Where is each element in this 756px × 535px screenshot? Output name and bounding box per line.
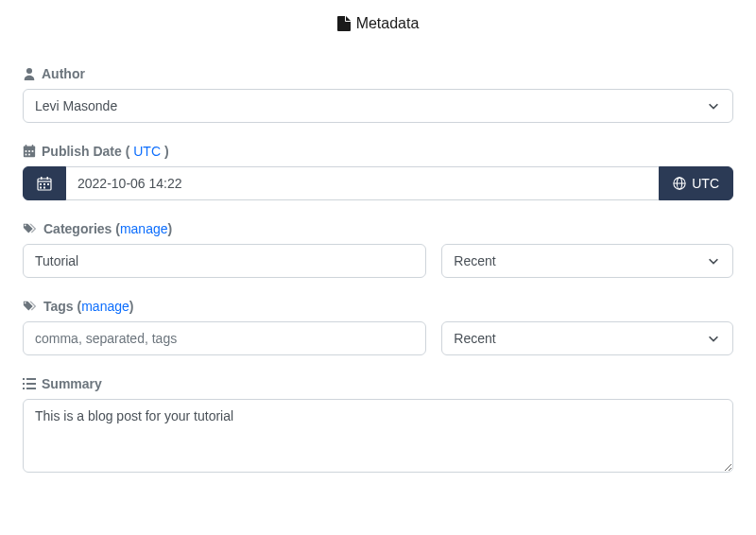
svg-rect-25 — [23, 383, 25, 385]
tz-badge[interactable]: UTC — [659, 166, 733, 200]
list-icon — [23, 378, 36, 389]
svg-rect-23 — [23, 378, 25, 380]
tags-input[interactable] — [23, 321, 426, 355]
publish-date-input-group: UTC — [23, 166, 733, 200]
publish-date-label: Publish Date ( UTC ) — [23, 144, 733, 159]
categories-field: Categories (manage) — [23, 221, 733, 278]
tz-badge-text: UTC — [692, 176, 719, 191]
svg-rect-11 — [41, 177, 43, 180]
svg-rect-12 — [47, 177, 49, 180]
calendar-addon[interactable] — [23, 166, 66, 200]
categories-manage-link[interactable]: manage — [120, 221, 168, 236]
publish-date-field: Publish Date ( UTC ) UTC — [23, 144, 733, 200]
tags-manage-link[interactable]: manage — [81, 299, 129, 314]
svg-rect-6 — [32, 150, 34, 152]
svg-rect-3 — [32, 145, 34, 147]
publish-date-label-suffix: ) — [164, 144, 169, 159]
calendar-icon — [23, 145, 36, 158]
globe-icon — [673, 177, 686, 190]
svg-rect-1 — [24, 147, 35, 149]
summary-textarea[interactable] — [23, 399, 733, 473]
tags-icon — [23, 222, 38, 235]
page-title: Metadata — [23, 11, 733, 32]
tags-field: Tags (manage) — [23, 299, 733, 355]
svg-point-22 — [25, 302, 26, 304]
svg-rect-27 — [23, 388, 25, 389]
svg-point-21 — [25, 225, 26, 227]
svg-rect-24 — [26, 378, 36, 380]
categories-recent-select[interactable] — [441, 244, 733, 278]
publish-date-label-prefix: Publish Date ( — [42, 144, 129, 159]
publish-date-utc-link[interactable]: UTC — [133, 144, 161, 159]
author-label: Author — [23, 66, 733, 81]
svg-rect-4 — [26, 150, 27, 152]
categories-label-suffix: ) — [168, 221, 173, 236]
author-select[interactable] — [23, 89, 733, 123]
svg-rect-15 — [47, 183, 49, 185]
author-field: Author — [23, 66, 733, 123]
categories-recent-wrap — [441, 244, 733, 278]
page-title-text: Metadata — [356, 15, 420, 32]
svg-rect-2 — [26, 145, 27, 147]
svg-rect-14 — [43, 183, 45, 185]
tags-label-suffix: ) — [129, 299, 134, 314]
svg-rect-28 — [26, 388, 36, 389]
summary-label: Summary — [23, 376, 733, 391]
categories-label-text: Categories ( — [43, 221, 120, 236]
file-icon — [337, 16, 351, 31]
user-icon — [23, 67, 36, 80]
categories-input[interactable] — [23, 244, 426, 278]
tags-recent-wrap — [441, 321, 733, 355]
svg-rect-17 — [43, 187, 45, 189]
svg-rect-16 — [40, 187, 42, 189]
tags-label: Tags (manage) — [23, 299, 733, 314]
tags-label-text: Tags ( — [43, 299, 81, 314]
summary-field: Summary — [23, 376, 733, 475]
svg-rect-5 — [28, 150, 30, 152]
svg-rect-8 — [28, 154, 30, 156]
tags-recent-select[interactable] — [441, 321, 733, 355]
author-select-wrap — [23, 89, 733, 123]
summary-label-text: Summary — [42, 376, 102, 391]
tags-icon — [23, 300, 38, 313]
publish-date-input[interactable] — [66, 166, 659, 200]
svg-rect-7 — [26, 154, 27, 156]
svg-rect-13 — [40, 183, 42, 185]
svg-rect-26 — [26, 383, 36, 385]
categories-label: Categories (manage) — [23, 221, 733, 236]
author-label-text: Author — [42, 66, 85, 81]
